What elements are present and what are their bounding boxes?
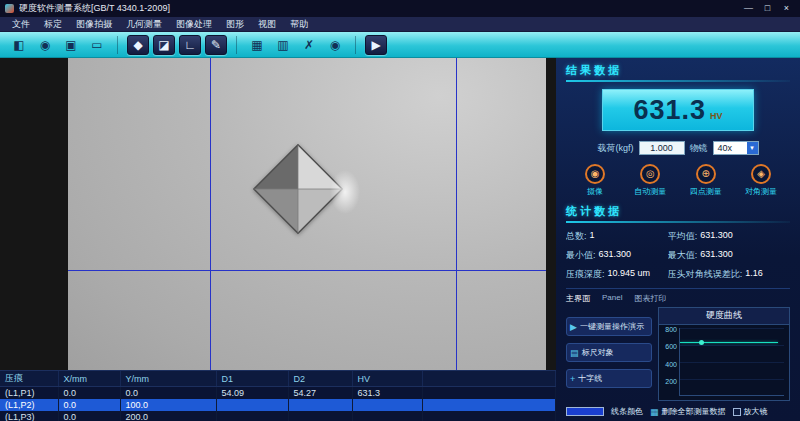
crosshair-toggle-button[interactable]: + 十字线 bbox=[566, 369, 652, 388]
section-divider bbox=[566, 80, 790, 82]
grid-button[interactable]: ▦ bbox=[246, 35, 268, 55]
ruler-object-icon: ▤ bbox=[570, 348, 579, 358]
crosshair-horizontal[interactable] bbox=[68, 270, 546, 271]
image-viewport bbox=[0, 58, 556, 370]
menu-bar: 文件 标定 图像拍摄 几何测量 图像处理 图形 视图 帮助 bbox=[0, 17, 800, 32]
maximize-button[interactable]: □ bbox=[759, 2, 776, 15]
stat-average: 平均值:631.300 bbox=[668, 230, 790, 243]
cell-d2 bbox=[288, 399, 352, 411]
snapshot-button[interactable]: ◉ bbox=[324, 35, 346, 55]
image-icon: ▥ bbox=[277, 38, 288, 52]
export-button[interactable]: ◧ bbox=[8, 35, 30, 55]
menu-item-view[interactable]: 视图 bbox=[252, 18, 282, 31]
auto-measure-button[interactable]: ◎ 自动测量 bbox=[623, 164, 677, 197]
menu-item-geometry-measure[interactable]: 几何测量 bbox=[120, 18, 168, 31]
capture-image-button[interactable]: ◉ 摄像 bbox=[568, 164, 622, 197]
menu-item-image-capture[interactable]: 图像拍摄 bbox=[70, 18, 118, 31]
menu-item-graphics[interactable]: 图形 bbox=[220, 18, 250, 31]
col-header-y[interactable]: Y/mm bbox=[120, 371, 216, 387]
image-gallery-button[interactable]: ▥ bbox=[272, 35, 294, 55]
col-header-hv[interactable]: HV bbox=[352, 371, 422, 387]
pencil-icon: ✎ bbox=[211, 38, 221, 52]
crosshair-vertical-right[interactable] bbox=[456, 58, 457, 370]
cell-x: 0.0 bbox=[58, 399, 120, 411]
menu-item-calibration[interactable]: 标定 bbox=[38, 18, 68, 31]
cell-hv: 631.3 bbox=[352, 387, 422, 400]
table-header-row: 压痕 X/mm Y/mm D1 D2 HV bbox=[0, 371, 556, 387]
run-button[interactable]: ▶ bbox=[365, 35, 387, 55]
statistics-grid: 总数:1 平均值:631.300 最小值:631.300 最大值:631.300… bbox=[566, 230, 790, 281]
video-capture-button[interactable]: ▣ bbox=[60, 35, 82, 55]
minimize-button[interactable]: — bbox=[740, 2, 757, 15]
delete-all-data-button[interactable]: ▦ 删除全部测量数据 bbox=[650, 406, 726, 417]
crosshair-vertical-left[interactable] bbox=[210, 58, 211, 370]
stats-section-header: 统计数据 bbox=[566, 204, 790, 219]
table-row[interactable]: (L1,P3) 0.0 200.0 bbox=[0, 411, 556, 421]
one-key-demo-button[interactable]: ▶ 一键测量操作演示 bbox=[566, 317, 652, 336]
magnifier-toggle[interactable]: 放大镜 bbox=[733, 406, 768, 417]
cell-y: 100.0 bbox=[120, 399, 216, 411]
ruler-button[interactable]: ∟ bbox=[179, 35, 201, 55]
load-input[interactable] bbox=[639, 141, 685, 155]
hardness-curve-chart: 硬度曲线 800 600 400 200 bbox=[658, 307, 790, 401]
camera-button[interactable]: ◉ bbox=[34, 35, 56, 55]
chart-button[interactable]: ◪ bbox=[153, 35, 175, 55]
stat-min: 最小值:631.300 bbox=[566, 249, 664, 262]
camera-ring-icon: ◉ bbox=[585, 164, 605, 184]
hardness-display: 631.3 HV bbox=[602, 89, 754, 131]
delete-button[interactable]: ✗ bbox=[298, 35, 320, 55]
diagonal-measure-button[interactable]: ◈ 对角测量 bbox=[734, 164, 788, 197]
close-button[interactable]: × bbox=[778, 2, 795, 15]
col-header-d2[interactable]: D2 bbox=[288, 371, 352, 387]
chart-icon: ◪ bbox=[158, 38, 169, 52]
toolbar-separator bbox=[236, 36, 237, 54]
right-panel: 结果数据 631.3 HV 载荷(kgf) 物镜 40x ▼ ◉ 摄像 bbox=[556, 58, 800, 421]
play-icon: ▶ bbox=[371, 38, 380, 52]
col-header-d1[interactable]: D1 bbox=[216, 371, 288, 387]
tab-panel[interactable]: Panel bbox=[602, 293, 622, 304]
toolbar-separator bbox=[355, 36, 356, 54]
cell-y: 0.0 bbox=[120, 387, 216, 400]
camera-icon: ◉ bbox=[40, 38, 50, 52]
load-label: 载荷(kgf) bbox=[598, 142, 634, 155]
cell-hv bbox=[352, 411, 422, 421]
chevron-down-icon: ▼ bbox=[747, 142, 758, 154]
ruler-object-button[interactable]: ▤ 标尺对象 bbox=[566, 343, 652, 362]
indent-measure-button[interactable]: ◆ bbox=[127, 35, 149, 55]
play-icon: ▶ bbox=[570, 322, 577, 332]
lens-value: 40x bbox=[718, 143, 733, 153]
table-row-selected[interactable]: (L1,P2) 0.0 100.0 bbox=[0, 399, 556, 411]
grid-icon: ▦ bbox=[251, 38, 262, 52]
line-color-label: 线条颜色 bbox=[611, 406, 643, 417]
cell-indent: (L1,P1) bbox=[0, 387, 58, 400]
chart-y-axis: 800 600 400 200 bbox=[661, 326, 677, 385]
cell-x: 0.0 bbox=[58, 387, 120, 400]
table-row[interactable]: (L1,P1) 0.0 0.0 54.09 54.27 631.3 bbox=[0, 387, 556, 400]
export-icon: ◧ bbox=[13, 38, 24, 52]
menu-item-file[interactable]: 文件 bbox=[6, 18, 36, 31]
cell-d1 bbox=[216, 411, 288, 421]
ruler-icon: ∟ bbox=[184, 38, 196, 52]
line-color-swatch[interactable] bbox=[566, 407, 604, 416]
menu-item-image-processing[interactable]: 图像处理 bbox=[170, 18, 218, 31]
tab-chart-print[interactable]: 图表打印 bbox=[634, 293, 666, 304]
cell-indent: (L1,P3) bbox=[0, 411, 58, 421]
cell-indent: (L1,P2) bbox=[0, 399, 58, 411]
title-bar: 硬度软件测量系统[GB/T 4340.1-2009] — □ × bbox=[0, 0, 800, 17]
menu-item-help[interactable]: 帮助 bbox=[284, 18, 314, 31]
hardness-value: 631.3 bbox=[633, 95, 706, 126]
magnifier-checkbox[interactable] bbox=[733, 408, 741, 416]
draw-measure-button[interactable]: ✎ bbox=[205, 35, 227, 55]
monitor-button[interactable]: ▭ bbox=[86, 35, 108, 55]
four-point-measure-button[interactable]: ⊕ 四点测量 bbox=[679, 164, 733, 197]
lens-select[interactable]: 40x ▼ bbox=[713, 141, 759, 155]
cell-d2 bbox=[288, 411, 352, 421]
hardness-unit: HV bbox=[710, 111, 723, 121]
trash-icon: ✗ bbox=[304, 38, 314, 52]
measurement-table-area: 压痕 X/mm Y/mm D1 D2 HV (L1,P1) 0.0 0.0 54… bbox=[0, 370, 556, 421]
col-header-x[interactable]: X/mm bbox=[58, 371, 120, 387]
col-header-indent[interactable]: 压痕 bbox=[0, 371, 58, 387]
lens-label: 物镜 bbox=[690, 142, 708, 155]
cell-d1: 54.09 bbox=[216, 387, 288, 400]
tab-main[interactable]: 主界面 bbox=[566, 293, 590, 304]
